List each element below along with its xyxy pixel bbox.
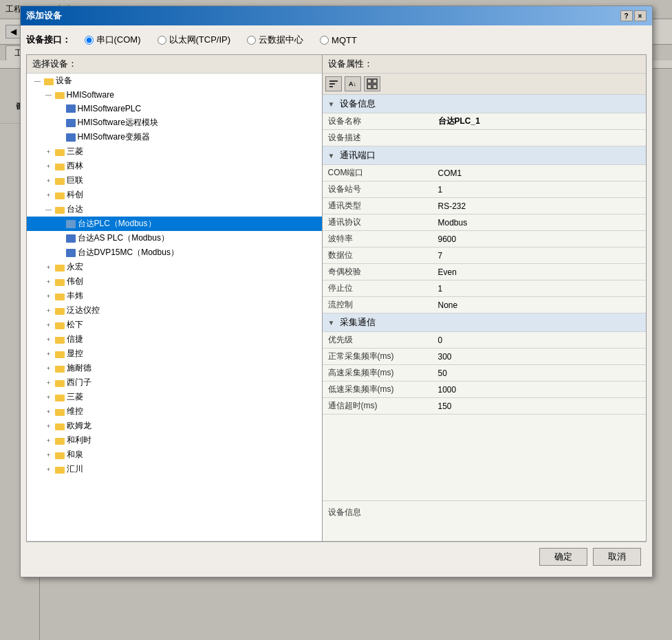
expander-yonghong[interactable]: + (43, 262, 54, 273)
prop-value-fast-freq[interactable]: 50 (433, 365, 646, 382)
expander-fengwei[interactable]: + (43, 291, 54, 302)
prop-value-device-desc[interactable] (433, 130, 646, 146)
tree-taida-dvp15mc[interactable]: + 台达DVP15MC（Modbus） (27, 245, 322, 260)
expander-oumulong[interactable]: + (43, 421, 54, 432)
cancel-button[interactable]: 取消 (593, 548, 641, 566)
tree-fanda[interactable]: + 泛达仪控 (27, 303, 322, 318)
prop-value-baudrate[interactable]: 9600 (433, 231, 646, 247)
prop-value-slow-freq[interactable]: 1000 (433, 382, 646, 398)
prop-value-com-port[interactable]: COM1 (433, 165, 646, 181)
help-button[interactable]: ? (620, 10, 633, 21)
section-arrow-collect[interactable]: ▼ (328, 319, 335, 327)
device-tree-container[interactable]: — 设备 — (27, 74, 322, 541)
tree-hmisoftware-remote[interactable]: + HMISoftware远程模块 (27, 115, 322, 130)
svg-rect-23 (55, 322, 59, 324)
tree-xinjie[interactable]: + 信捷 (27, 332, 322, 346)
prop-value-databit[interactable]: 7 (433, 247, 646, 264)
tree-hmisoftware[interactable]: — HMISoftware (27, 88, 322, 102)
section-arrow-comm[interactable]: ▼ (328, 152, 335, 159)
prop-label-baudrate: 波特率 (323, 231, 433, 247)
expander-weikong[interactable]: + (43, 406, 54, 417)
tree-root[interactable]: — 设备 (27, 74, 322, 88)
expander-xiankong[interactable]: + (43, 349, 54, 360)
expander-hequan[interactable]: + (43, 450, 54, 461)
prop-value-timeout[interactable]: 150 (433, 398, 646, 415)
tree-weikong[interactable]: + 维控 (27, 404, 322, 419)
prop-value-comm-type[interactable]: RS-232 (433, 198, 646, 214)
prop-row-baudrate: 波特率 9600 (323, 231, 646, 247)
dialog-footer: 确定 取消 (26, 542, 647, 571)
tree-oumulong[interactable]: + 欧姆龙 (27, 419, 322, 433)
tree-weichuang[interactable]: + 伟创 (27, 274, 322, 289)
expander-xinjie[interactable]: + (43, 334, 54, 345)
tree-xilin[interactable]: + 西林 (27, 159, 322, 173)
tree-hequan[interactable]: + 和泉 (27, 448, 322, 462)
props-container[interactable]: ▼ 设备信息 设备名称 台达PLC_1 设 (323, 95, 646, 500)
expander-hmisoftware[interactable]: — (43, 89, 54, 100)
prop-value-stopbit[interactable]: 1 (433, 280, 646, 297)
props-sort-btn[interactable] (325, 76, 342, 91)
prop-value-normal-freq[interactable]: 300 (433, 349, 646, 365)
confirm-button[interactable]: 确定 (539, 548, 587, 566)
props-grid-btn[interactable] (364, 76, 380, 91)
prop-value-protocol[interactable]: Modbus (433, 214, 646, 231)
radio-ethernet[interactable]: 以太网(TCP/IP) (158, 34, 231, 46)
tree-songxia[interactable]: + 松下 (27, 318, 322, 332)
svg-rect-44 (329, 80, 338, 82)
tree-sanjing-label: 三菱 (67, 146, 83, 157)
expander-fanda[interactable]: + (43, 305, 54, 316)
expander-xilin[interactable]: + (43, 161, 54, 172)
tree-taida-asplc[interactable]: + 台达AS PLC（Modbus） (27, 231, 322, 245)
prop-label-databit: 数据位 (323, 247, 433, 264)
prop-value-flowctrl[interactable]: None (433, 297, 646, 313)
expander-helishi[interactable]: + (43, 435, 54, 446)
expander-huichuan[interactable]: + (43, 464, 54, 475)
tree-julian[interactable]: + 巨联 (27, 173, 322, 188)
tree-xiankong[interactable]: + 显控 (27, 346, 322, 361)
prop-value-parity[interactable]: Even (433, 264, 646, 280)
tree-helishi[interactable]: + 和利时 (27, 433, 322, 448)
tree-hmisoftware-vfd[interactable]: + HMISoftware变频器 (27, 130, 322, 144)
radio-cloud[interactable]: 云数据中心 (247, 34, 303, 46)
tree-taida-plc-label: 台达PLC（Modbus） (78, 218, 156, 230)
props-az-btn[interactable]: A↓ (345, 76, 361, 91)
section-arrow-info[interactable]: ▼ (328, 100, 335, 108)
expander-songxia[interactable]: + (43, 320, 54, 331)
tree-sanjing2[interactable]: + 三菱 (27, 390, 322, 404)
expander-ximenzi[interactable]: + (43, 377, 54, 388)
tree-hmisoftwareplc[interactable]: + HMISoftwarePLC (27, 102, 322, 115)
radio-mqtt[interactable]: MQTT (320, 35, 357, 45)
desc-area: 设备信息 (323, 500, 646, 535)
tree-shinaider[interactable]: + 施耐德 (27, 361, 322, 375)
tree-taida-plc[interactable]: + 台达PLC（Modbus） (27, 217, 322, 231)
device-icon-hmisoftwareplc (65, 103, 76, 114)
expander-kechuang[interactable]: + (43, 190, 54, 201)
expander-julian[interactable]: + (43, 175, 54, 186)
prop-value-station-num[interactable]: 1 (433, 181, 646, 198)
tree-taida-label: 台达 (67, 203, 83, 215)
prop-value-priority[interactable]: 0 (433, 332, 646, 349)
tree-huichuan[interactable]: + 汇川 (27, 462, 322, 476)
tree-yonghong[interactable]: + 永宏 (27, 260, 322, 274)
expander-taida[interactable]: — (43, 204, 54, 215)
radio-com[interactable]: 串口(COM) (85, 34, 141, 46)
tree-fengwei[interactable]: + 丰炜 (27, 289, 322, 303)
prop-value-device-name[interactable]: 台达PLC_1 (433, 113, 646, 130)
close-button[interactable]: × (634, 10, 647, 21)
expander-shinaider[interactable]: + (43, 363, 54, 374)
radio-mqtt-input[interactable] (320, 36, 329, 45)
tree-sanjing[interactable]: + 三菱 (27, 144, 322, 159)
tree-kechuang-label: 科创 (67, 189, 83, 201)
tree-kechuang[interactable]: + 科创 (27, 188, 322, 202)
radio-ethernet-input[interactable] (158, 36, 166, 45)
expander-root[interactable]: — (32, 76, 43, 87)
folder-icon-weikong (54, 406, 65, 417)
tree-sanjing2-label: 三菱 (67, 391, 83, 403)
tree-ximenzi[interactable]: + 西门子 (27, 375, 322, 390)
tree-taida[interactable]: — 台达 (27, 202, 322, 217)
expander-sanjing2[interactable]: + (43, 392, 54, 403)
expander-sanjing[interactable]: + (43, 146, 54, 157)
radio-com-input[interactable] (85, 36, 94, 45)
radio-cloud-input[interactable] (247, 36, 256, 45)
expander-weichuang[interactable]: + (43, 276, 54, 287)
